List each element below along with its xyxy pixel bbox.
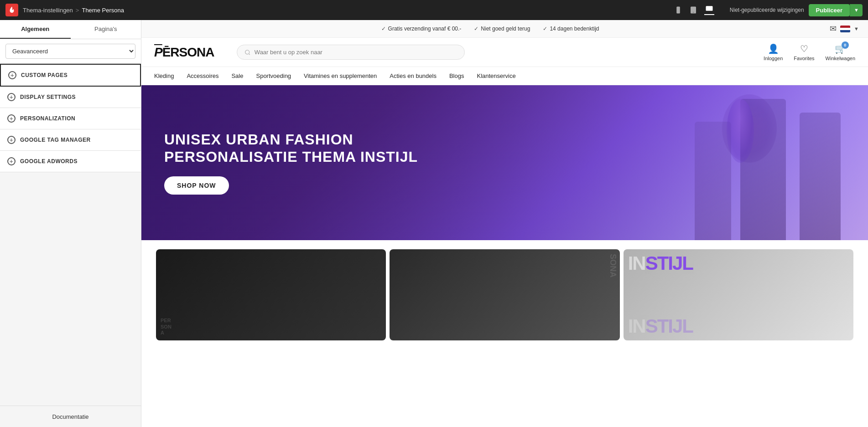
expand-icon: + bbox=[7, 157, 16, 165]
expand-icon: + bbox=[7, 136, 16, 144]
sidebar-item-label: DISPLAY SETTINGS bbox=[20, 94, 76, 100]
product-grid-preview: PERSONA SONA INSTIJL INSTIJL bbox=[141, 249, 868, 427]
smoke-puff bbox=[727, 99, 754, 163]
netherlands-flag-icon bbox=[840, 26, 850, 32]
cart-badge-wrap: 🛒 0 bbox=[835, 43, 846, 54]
breadcrumb-separator: > bbox=[76, 7, 79, 14]
cart-badge: 0 bbox=[842, 41, 849, 49]
top-bar: Thema-instellingen > Theme Persona Niet-… bbox=[0, 0, 868, 20]
hero-section: UNISEX URBAN FASHION PERSONALISATIE THEM… bbox=[141, 85, 868, 240]
sidebar-item-label: GOOGLE TAG MANAGER bbox=[20, 137, 91, 143]
announcement-items: ✓ Gratis verzending vanaf € 00.- ✓ Niet … bbox=[151, 26, 830, 32]
nav-item-acties[interactable]: Acties en bundels bbox=[390, 72, 437, 79]
store-header: ✓ Gratis verzending vanaf € 00.- ✓ Niet … bbox=[141, 20, 868, 85]
person-icon: 👤 bbox=[768, 43, 779, 54]
expand-icon: + bbox=[7, 93, 16, 101]
announcement-item-1: ✓ Gratis verzending vanaf € 00.- bbox=[381, 26, 462, 32]
figure-3 bbox=[695, 122, 731, 240]
check-icon-1: ✓ bbox=[381, 26, 386, 32]
nav-item-kleding[interactable]: Kleding bbox=[154, 72, 174, 79]
theme-section-select[interactable]: Geavanceerd Basis Kleuren Typografie bbox=[5, 44, 135, 59]
mobile-device-button[interactable] bbox=[674, 6, 682, 14]
breadcrumb-current: Theme Persona bbox=[82, 7, 124, 14]
favorites-label: Favorites bbox=[794, 56, 814, 61]
svg-point-1 bbox=[678, 12, 679, 13]
check-icon-2: ✓ bbox=[474, 26, 478, 32]
expand-icon: + bbox=[7, 114, 16, 123]
sidebar-item-custom-pages[interactable]: + CUSTOM PAGES bbox=[0, 64, 141, 87]
announcement-inner: ✓ Gratis verzending vanaf € 00.- ✓ Niet … bbox=[151, 24, 859, 34]
hero-title: UNISEX URBAN FASHION PERSONALISATIE THEM… bbox=[164, 131, 418, 166]
sidebar-item-label: PERSONALIZATION bbox=[20, 115, 75, 122]
breadcrumb-parent[interactable]: Thema-instellingen bbox=[23, 7, 73, 14]
login-label: Inloggen bbox=[764, 56, 783, 61]
nav-item-klantenservice[interactable]: Klantenservice bbox=[477, 72, 515, 79]
instijl-repeat: INSTIJL bbox=[628, 317, 693, 336]
nav-item-accessoires[interactable]: Accessoires bbox=[187, 72, 218, 79]
nav-item-vitamines[interactable]: Vitamines en supplementen bbox=[304, 72, 377, 79]
sidebar-item-personalization[interactable]: + PERSONALIZATION bbox=[0, 108, 141, 129]
login-action[interactable]: 👤 Inloggen bbox=[764, 43, 783, 61]
cart-label: Winkelwagen bbox=[826, 56, 855, 61]
sidebar-footer: Documentatie bbox=[0, 406, 141, 427]
search-icon bbox=[244, 49, 250, 56]
sidebar-select-wrap: Geavanceerd Basis Kleuren Typografie bbox=[0, 39, 141, 64]
publish-button[interactable]: Publiceer bbox=[809, 4, 850, 16]
store-nav: Kleding Accessoires Sale Sportvoeding Vi… bbox=[141, 67, 868, 85]
tablet-device-button[interactable] bbox=[689, 6, 698, 14]
instijl-overlay: INSTIJL bbox=[628, 254, 693, 273]
store-search-bar[interactable] bbox=[237, 45, 465, 60]
publish-group: Publiceer ▼ bbox=[809, 4, 863, 16]
in-text: IN bbox=[628, 252, 645, 274]
documentation-link[interactable]: Documentatie bbox=[52, 413, 88, 420]
expand-icon: + bbox=[8, 71, 16, 79]
stijl-text: STIJL bbox=[645, 252, 693, 274]
sidebar-item-display-settings[interactable]: + DISPLAY SETTINGS bbox=[0, 87, 141, 108]
nav-item-sportvoeding[interactable]: Sportvoeding bbox=[256, 72, 291, 79]
sidebar-tabs: Algemeen Pagina's bbox=[0, 20, 141, 39]
check-icon-3: ✓ bbox=[543, 26, 547, 32]
sidebar: Algemeen Pagina's Geavanceerd Basis Kleu… bbox=[0, 20, 141, 427]
hero-content: UNISEX URBAN FASHION PERSONALISATIE THEM… bbox=[141, 131, 441, 195]
sidebar-item-label: CUSTOM PAGES bbox=[21, 72, 68, 78]
flame-icon bbox=[8, 6, 16, 14]
sidebar-item-label: GOOGLE ADWORDS bbox=[20, 158, 78, 165]
sidebar-menu: + CUSTOM PAGES + DISPLAY SETTINGS + PERS… bbox=[0, 64, 141, 406]
svg-point-3 bbox=[693, 12, 693, 12]
desktop-device-button[interactable] bbox=[704, 5, 714, 15]
product-card-1[interactable]: PERSONA bbox=[156, 249, 386, 340]
search-input[interactable] bbox=[255, 49, 457, 56]
hero-title-line2: PERSONALISATIE THEMA INSTIJL bbox=[164, 148, 418, 165]
unpublished-label: Niet-gepubliceerde wijzigingen bbox=[730, 7, 804, 13]
favorites-action[interactable]: ♡ Favorites bbox=[794, 43, 814, 61]
announcement-bar: ✓ Gratis verzending vanaf € 00.- ✓ Niet … bbox=[141, 20, 868, 38]
language-dropdown[interactable]: ▼ bbox=[854, 26, 859, 31]
tab-pages[interactable]: Pagina's bbox=[71, 20, 141, 39]
svg-rect-4 bbox=[706, 6, 712, 11]
store-main-header: PĒRSONA 👤 Inloggen ♡ Favorites bbox=[141, 38, 868, 67]
announcement-item-3: ✓ 14 dagen bedenktijd bbox=[543, 26, 599, 32]
svg-point-5 bbox=[245, 50, 249, 54]
device-switcher bbox=[674, 5, 714, 15]
sidebar-item-google-adwords[interactable]: + GOOGLE ADWORDS bbox=[0, 151, 141, 172]
svg-line-6 bbox=[249, 53, 250, 54]
nav-item-sale[interactable]: Sale bbox=[231, 72, 243, 79]
card-watermark-2: SONA bbox=[608, 254, 618, 278]
card-watermark-1: PERSONA bbox=[161, 318, 172, 336]
nav-item-blogs[interactable]: Blogs bbox=[449, 72, 464, 79]
sidebar-item-google-tag-manager[interactable]: + GOOGLE TAG MANAGER bbox=[0, 129, 141, 151]
product-card-2[interactable]: SONA bbox=[390, 249, 619, 340]
breadcrumb: Thema-instellingen > Theme Persona bbox=[23, 7, 124, 14]
figure-1 bbox=[800, 113, 841, 240]
hero-title-line1: UNISEX URBAN FASHION bbox=[164, 131, 418, 148]
app-logo[interactable] bbox=[5, 4, 18, 16]
announcement-right-icons: ✉ ▼ bbox=[830, 24, 859, 34]
cart-action[interactable]: 🛒 0 Winkelwagen bbox=[826, 43, 855, 61]
tab-general[interactable]: Algemeen bbox=[0, 20, 71, 39]
hero-shop-button[interactable]: SHOP NOW bbox=[164, 176, 229, 195]
mail-icon: ✉ bbox=[830, 24, 837, 34]
heart-icon: ♡ bbox=[800, 43, 808, 54]
product-card-3[interactable]: INSTIJL INSTIJL bbox=[624, 249, 853, 340]
publish-dropdown-button[interactable]: ▼ bbox=[850, 4, 863, 16]
store-logo: PĒRSONA bbox=[154, 45, 214, 60]
